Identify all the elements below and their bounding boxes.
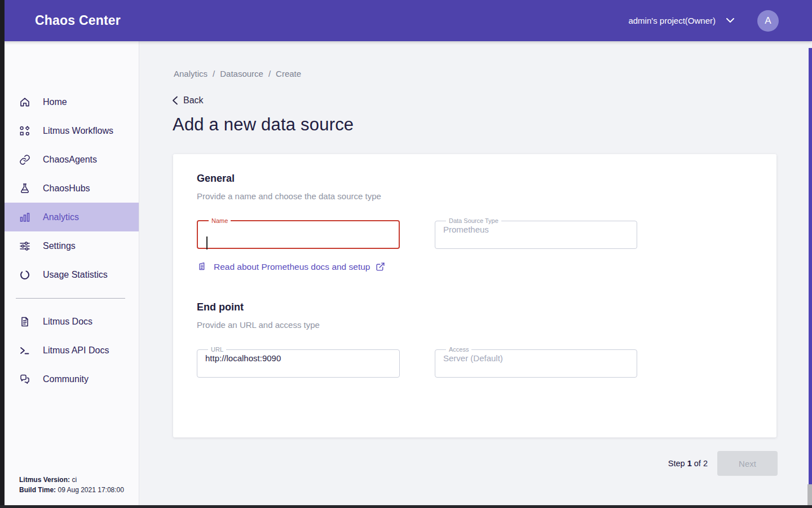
sidebar-item-label: Community: [43, 374, 89, 384]
build-time-value: 09 Aug 2021 17:08:00: [58, 486, 123, 494]
data-source-type-input: [443, 224, 629, 240]
sidebar-item-label: Litmus API Docs: [43, 345, 109, 356]
sidebar-item-label: Usage Statistics: [43, 270, 108, 280]
sidebar-item-label: Settings: [43, 241, 76, 251]
page-title: Add a new data source: [173, 115, 354, 135]
main-content: Analytics / Datasource / Create Back Add…: [139, 41, 812, 508]
sidebar-item-label: Litmus Workflows: [43, 126, 113, 136]
breadcrumb-separator: /: [268, 69, 271, 78]
breadcrumb: Analytics / Datasource / Create: [174, 69, 301, 78]
agents-icon: [19, 154, 30, 165]
scrollbar-track: [807, 484, 812, 505]
back-label: Back: [183, 95, 204, 106]
flask-icon: [19, 183, 30, 194]
sidebar-item-analytics[interactable]: Analytics: [5, 203, 139, 231]
step-indicator: Step 1 of 2: [668, 459, 708, 468]
step-current: 1: [687, 459, 692, 468]
general-section-subheading: Provide a name and choose the data sourc…: [197, 191, 381, 201]
back-button[interactable]: Back: [172, 95, 204, 106]
breadcrumb-create: Create: [276, 69, 301, 78]
name-field[interactable]: Name: [197, 217, 400, 249]
data-source-type-label: Data Source Type: [446, 217, 501, 224]
window-border-left: [0, 0, 5, 508]
prometheus-docs-link[interactable]: Read about Prometheus docs and setup: [197, 261, 385, 272]
url-input[interactable]: [205, 353, 392, 369]
avatar-initial: A: [765, 15, 771, 27]
sidebar-item-label: ChaosAgents: [43, 155, 97, 165]
breadcrumb-separator: /: [213, 69, 215, 78]
sidebar-item-community[interactable]: Community: [5, 365, 139, 393]
project-selector[interactable]: admin's project(Owner): [628, 16, 734, 25]
project-name-label: admin's project(Owner): [628, 16, 716, 25]
sidebar-item-chaosagents[interactable]: ChaosAgents: [5, 145, 139, 174]
name-field-label: Name: [209, 217, 231, 224]
chevron-down-icon: [726, 18, 734, 23]
sidebar-item-label: Litmus Docs: [43, 317, 92, 327]
settings-icon: [19, 240, 30, 252]
sidebar-item-litmus-docs[interactable]: Litmus Docs: [5, 307, 139, 336]
sidebar-item-settings[interactable]: Settings: [5, 231, 139, 260]
page-scrollbar: [809, 41, 812, 505]
document-icon: [197, 261, 208, 272]
sidebar-divider: [16, 298, 125, 299]
sidebar-item-label: Analytics: [43, 212, 79, 222]
sidebar-item-chaoshubs[interactable]: ChaosHubs: [5, 174, 139, 203]
sidebar-item-home[interactable]: Home: [5, 87, 139, 116]
version-info: Litmus Version: ci Build Time: 09 Aug 20…: [19, 475, 124, 495]
endpoint-section-heading: End point: [197, 301, 244, 313]
chevron-left-icon: [172, 96, 178, 105]
sidebar-item-label: ChaosHubs: [43, 183, 90, 194]
step-prefix: Step: [668, 459, 687, 468]
next-button[interactable]: Next: [717, 451, 778, 476]
datasource-form-card: General Provide a name and choose the da…: [173, 154, 776, 437]
docs-icon: [19, 316, 30, 327]
name-input[interactable]: [205, 224, 391, 240]
home-icon: [19, 97, 30, 108]
version-label: Litmus Version:: [19, 476, 70, 484]
breadcrumb-analytics[interactable]: Analytics: [174, 69, 208, 78]
community-icon: [19, 374, 30, 385]
sidebar-item-label: Home: [43, 97, 67, 107]
endpoint-section-subheading: Provide an URL and access type: [197, 320, 320, 330]
build-time-label: Build Time:: [19, 486, 56, 494]
usage-icon: [19, 269, 30, 281]
app-title: Chaos Center: [35, 13, 121, 28]
step-suffix: of 2: [692, 459, 708, 468]
general-section-heading: General: [197, 173, 235, 185]
sidebar: Home Litmus Workflows ChaosAgents ChaosH…: [5, 41, 139, 505]
prometheus-docs-link-text: Read about Prometheus docs and setup: [214, 262, 370, 272]
url-field-label: URL: [208, 346, 226, 353]
access-field[interactable]: Access: [435, 346, 637, 378]
access-field-label: Access: [446, 346, 471, 353]
workflows-icon: [19, 125, 30, 137]
text-caret: [206, 237, 208, 249]
scrollbar-thumb[interactable]: [809, 48, 812, 484]
version-value: ci: [72, 476, 77, 484]
window-border-bottom: [0, 505, 812, 508]
breadcrumb-datasource[interactable]: Datasource: [220, 69, 263, 78]
data-source-type-field: Data Source Type: [435, 217, 637, 249]
external-link-icon: [376, 262, 385, 271]
wizard-footer: Step 1 of 2 Next: [668, 451, 778, 476]
app-header: Chaos Center admin's project(Owner) A: [0, 0, 812, 41]
sidebar-item-litmus-workflows[interactable]: Litmus Workflows: [5, 116, 139, 145]
avatar[interactable]: A: [757, 10, 779, 32]
access-select[interactable]: [443, 353, 629, 369]
analytics-icon: [19, 212, 30, 223]
sidebar-item-litmus-api-docs[interactable]: Litmus API Docs: [5, 336, 139, 365]
terminal-icon: [19, 345, 30, 356]
url-field[interactable]: URL: [197, 346, 400, 378]
sidebar-item-usage-statistics[interactable]: Usage Statistics: [5, 260, 139, 289]
